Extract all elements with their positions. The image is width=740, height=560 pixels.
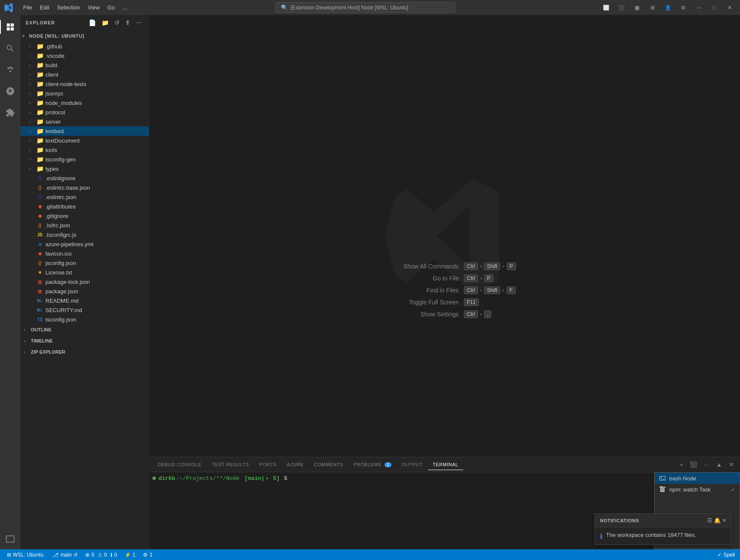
tree-item-testbed[interactable]: › 📁 testbed	[21, 126, 149, 136]
clear-notifications-button[interactable]: ☰	[707, 517, 713, 524]
section-timeline[interactable]: › TIMELINE	[21, 335, 149, 346]
close-panel-button[interactable]: ✕	[726, 460, 737, 469]
tree-item-jsonrpc[interactable]: › 📁 jsonrpc	[21, 89, 149, 98]
info-count: 0	[114, 552, 117, 558]
split-terminal-button[interactable]: ⬛	[687, 460, 700, 469]
statusbar-debug-badge[interactable]: ⚡ 1	[123, 549, 137, 560]
new-terminal-button[interactable]: +	[677, 460, 686, 469]
close-button[interactable]: ✕	[724, 2, 736, 14]
statusbar-errors[interactable]: ⊗ 0 ⚠ 0 ℹ 0	[84, 549, 119, 560]
tree-item-jsconfig[interactable]: › {} jsconfig.json	[21, 258, 149, 268]
new-file-button[interactable]: 📄	[87, 18, 98, 27]
section-outline[interactable]: › OUTLINE	[21, 324, 149, 335]
folder-icon-textdocument: 📁	[36, 137, 44, 144]
collapse-notifications-button[interactable]: ▾	[723, 517, 726, 524]
tree-label: package-lock.json	[45, 279, 90, 285]
tree-item-eslintrc-json[interactable]: › ⊙ .eslintrc.json	[21, 192, 149, 202]
tree-item-security[interactable]: › M↓ SECURITY.md	[21, 305, 149, 315]
maximize-button[interactable]: □	[708, 2, 720, 14]
tab-debug-console[interactable]: DEBUG CONSOLE	[152, 459, 206, 470]
terminal-area[interactable]: dirkb :~/Projects/**/Node [main| ✦ 5] $	[149, 472, 654, 549]
tree-item-protocol[interactable]: › 📁 protocol	[21, 107, 149, 117]
new-folder-button[interactable]: 📁	[100, 18, 111, 27]
tree-label: package.json	[45, 288, 78, 295]
tree-item-package-json[interactable]: › ▦ package.json	[21, 286, 149, 296]
settings-button[interactable]: ⚙	[677, 2, 689, 14]
tree-item-server[interactable]: › 📁 server	[21, 117, 149, 126]
account-button[interactable]: 👤	[662, 2, 674, 14]
terminal-npm-label: npm: watch Task	[669, 486, 711, 493]
tree-item-tools[interactable]: › 📁 tools	[21, 145, 149, 155]
tree-item-eslintrc-base[interactable]: › {} .eslintrc.base.json	[21, 183, 149, 192]
menu-go[interactable]: Go	[104, 3, 118, 12]
more-panel-button[interactable]: ···	[701, 460, 712, 469]
tab-comments[interactable]: COMMENTS	[309, 459, 348, 470]
terminal-item-bash-node[interactable]: bash Node	[655, 473, 740, 484]
search-text: [Extension Development Host] Node [WSL: …	[290, 5, 408, 11]
statusbar-encoding[interactable]: ✓ Spell	[716, 552, 737, 558]
tree-item-tsconfigrc[interactable]: › JS .tsconfigrc.js	[21, 230, 149, 239]
tree-item-client-node-tests[interactable]: › 📁 client-node-tests	[21, 79, 149, 89]
collapse-all-button[interactable]: ⬆	[123, 18, 132, 27]
menu-selection[interactable]: Selection	[54, 3, 83, 12]
tree-item-client[interactable]: › 📁 client	[21, 70, 149, 79]
tree-item-textdocument[interactable]: › 📁 textDocument	[21, 136, 149, 145]
tab-terminal[interactable]: TERMINAL	[428, 459, 464, 470]
statusbar-tasks[interactable]: ⚙ 1	[141, 549, 154, 560]
activity-search[interactable]	[0, 38, 21, 59]
maximize-panel-button[interactable]: ▲	[713, 460, 725, 469]
tree-item-favicon[interactable]: › ◆ favicon.ico	[21, 249, 149, 258]
layout-toggle-button[interactable]: ⬜	[600, 2, 612, 14]
tree-item-eslintignore[interactable]: › ⊙ .eslintignore	[21, 173, 149, 183]
terminal-item-npm-watch[interactable]: npm: watch Task ✓	[655, 484, 740, 495]
activity-extensions[interactable]	[0, 102, 21, 123]
tree-item-gitattributes[interactable]: › ◆ .gitattributes	[21, 202, 149, 211]
section-zip-explorer[interactable]: › ZIP EXPLORER	[21, 346, 149, 357]
tree-item-gitignore[interactable]: › ◆ .gitignore	[21, 211, 149, 220]
refresh-button[interactable]: ↺	[113, 18, 122, 27]
tree-label: testbed	[45, 128, 64, 134]
root-folder-node[interactable]: ▾ NODE [WSL: UBUNTU]	[21, 30, 149, 42]
tree-item-build[interactable]: › 📁 build	[21, 60, 149, 70]
tab-problems[interactable]: PROBLEMS 1	[349, 459, 397, 470]
tree-item-lsifrc[interactable]: › {} .lsifrc.json	[21, 220, 149, 230]
tree-item-license[interactable]: › ★ License.txt	[21, 268, 149, 277]
tree-item-github[interactable]: › 📁 .github	[21, 42, 149, 51]
tab-output[interactable]: OUTPUT	[397, 459, 427, 470]
more-actions-button[interactable]: ···	[134, 18, 144, 27]
menu-more[interactable]: ...	[119, 3, 131, 12]
tree-item-tsconfig-gen[interactable]: › 📁 tsconfig-gen	[21, 155, 149, 164]
menu-file[interactable]: File	[20, 3, 36, 12]
tree-item-package-lock[interactable]: › ▦ package-lock.json	[21, 277, 149, 286]
key-f: F	[507, 286, 516, 294]
activity-debug[interactable]	[0, 81, 21, 101]
tree-item-node-modules[interactable]: › 📁 node_modules	[21, 98, 149, 107]
command-search-bar[interactable]: 🔍 [Extension Development Host] Node [WSL…	[275, 2, 455, 13]
tree-item-azure-pipelines[interactable]: › ◈ azure-pipelines.yml	[21, 239, 149, 249]
panel-toggle-button[interactable]: ⬛	[616, 2, 628, 14]
menu-edit[interactable]: Edit	[36, 3, 53, 12]
custom-layout-button[interactable]: ⊞	[647, 2, 659, 14]
activity-source-control[interactable]	[0, 60, 21, 80]
minimize-button[interactable]: ─	[693, 2, 705, 14]
info-icon: ℹ	[110, 552, 113, 558]
statusbar-branch[interactable]: ⎇ main ↺	[51, 549, 79, 560]
menu-view[interactable]: View	[84, 3, 103, 12]
outline-chevron-icon: ›	[24, 328, 29, 332]
tree-item-readme[interactable]: › M↓ README.md	[21, 296, 149, 305]
tree-item-vscode[interactable]: › 📁 .vscode	[21, 51, 149, 60]
do-not-disturb-button[interactable]: 🔔	[714, 517, 721, 524]
tree-item-types[interactable]: › 📁 types	[21, 164, 149, 173]
file-icon-lsifrc: {}	[36, 223, 44, 228]
tab-ports[interactable]: PORTS	[254, 459, 281, 470]
tree-label: SECURITY.md	[45, 307, 82, 313]
activity-explorer[interactable]	[0, 17, 21, 37]
tab-test-results[interactable]: TEST RESULTS	[206, 459, 254, 470]
tree-item-tsconfig-json[interactable]: › TS tsconfig.json	[21, 315, 149, 324]
sidebar-toggle-button[interactable]: ▦	[631, 2, 643, 14]
file-icon-eslintrc-base: {}	[36, 185, 44, 190]
terminal-branch: [main|	[245, 475, 265, 482]
statusbar-remote[interactable]: ⊞ WSL: Ubuntu	[3, 549, 47, 560]
activity-remote[interactable]	[0, 529, 21, 549]
tab-azure[interactable]: AZURE	[282, 459, 309, 470]
